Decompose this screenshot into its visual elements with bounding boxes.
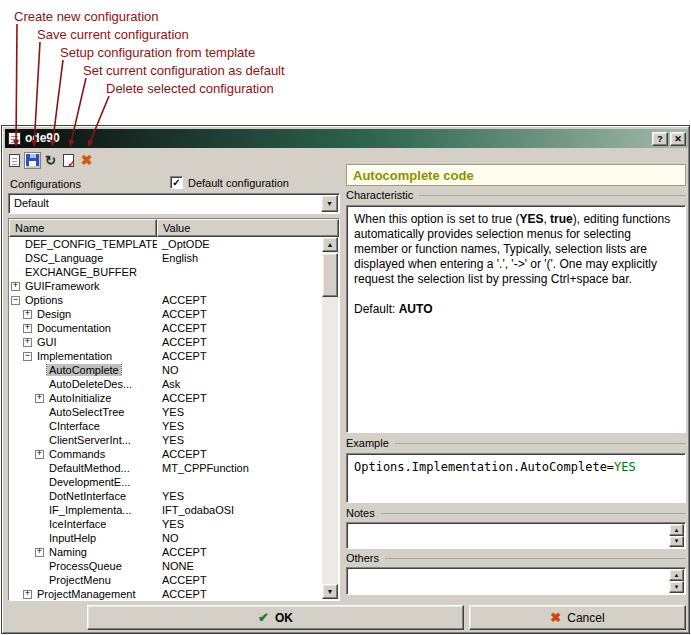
scrollbar-thumb[interactable] <box>322 253 338 297</box>
tree-row[interactable]: IF_Implementa...IFT_odabaOSI <box>9 503 339 517</box>
x-icon: ✖ <box>550 610 561 625</box>
expand-icon[interactable]: + <box>23 310 32 319</box>
scroll-down-button[interactable]: ▼ <box>669 581 684 593</box>
tree-row[interactable]: −OptionsACCEPT <box>9 293 339 307</box>
tree-item-value: English <box>157 252 339 264</box>
tree-item-value: ACCEPT <box>157 448 339 460</box>
tree-row[interactable]: DotNetInterfaceYES <box>9 489 339 503</box>
tree-row[interactable]: CInterfaceYES <box>9 419 339 433</box>
tree-row[interactable]: +NamingACCEPT <box>9 545 339 559</box>
tree-row[interactable]: +AutoInitializeACCEPT <box>9 391 339 405</box>
tree-row[interactable]: DevelopmentE... <box>9 475 339 489</box>
scroll-down-button[interactable]: ▼ <box>669 536 684 548</box>
tree-item-label: DotNetInterface <box>47 490 128 502</box>
checkbox-box[interactable]: ✓ <box>170 176 183 189</box>
tree-item-label: AutoComplete <box>47 364 121 376</box>
default-configuration-checkbox[interactable]: ✓ Default configuration <box>170 176 289 189</box>
tree-item-label: Options <box>23 294 65 306</box>
tree-row[interactable]: InputHelpNO <box>9 531 339 545</box>
tree-item-value: ACCEPT <box>157 574 339 586</box>
scroll-down-button[interactable]: ▼ <box>322 584 338 599</box>
scroll-up-button[interactable]: ▲ <box>669 569 684 581</box>
ok-button[interactable]: ✔ OK <box>87 605 464 630</box>
separator-line <box>381 513 686 514</box>
tree-row[interactable]: +CommandsACCEPT <box>9 447 339 461</box>
example-textarea[interactable]: Options.Implementation.AutoComplete=YES <box>346 453 686 503</box>
expand-icon[interactable]: + <box>35 548 44 557</box>
tree-row[interactable]: −ImplementationACCEPT <box>9 349 339 363</box>
tree-item-label: InputHelp <box>47 532 98 544</box>
tree-row[interactable]: AutoDeleteDes...Ask <box>9 377 339 391</box>
tree-row[interactable]: DefaultMethod...MT_CPPFunction <box>9 461 339 475</box>
tree-row[interactable]: +DocumentationACCEPT <box>9 321 339 335</box>
tree-row[interactable]: AutoSelectTreeYES <box>9 405 339 419</box>
scroll-up-button[interactable]: ▲ <box>669 524 684 536</box>
configuration-combobox[interactable]: Default ▼ <box>8 193 340 214</box>
tree-item-value: ACCEPT <box>157 336 339 348</box>
tree-item-value: ACCEPT <box>157 350 339 362</box>
scroll-up-button[interactable]: ▲ <box>322 237 338 252</box>
tree-item-value: _OptODE <box>157 238 339 250</box>
cancel-button[interactable]: ✖ Cancel <box>469 605 686 630</box>
template-configuration-button[interactable]: ↻ <box>42 152 59 169</box>
characteristic-textarea[interactable]: When this option is set to true (YES, tr… <box>346 205 686 433</box>
tree-item-value: ACCEPT <box>157 546 339 558</box>
set-default-configuration-button[interactable]: ✓ <box>60 152 77 169</box>
annotation-label: Setup configuration from template <box>60 45 255 60</box>
close-button[interactable]: ✕ <box>670 132 686 146</box>
titlebar[interactable]: ode90 ? ✕ <box>5 129 688 148</box>
tree-row[interactable]: ProjectMenuACCEPT <box>9 573 339 587</box>
tree-row[interactable]: DEF_CONFIG_TEMPLATE_OptODE <box>9 237 339 251</box>
notes-scrollbar[interactable]: ▲ ▼ <box>669 524 684 547</box>
delete-configuration-button[interactable]: ✖ <box>78 152 95 169</box>
window-title: ode90 <box>25 129 650 148</box>
collapse-icon[interactable]: − <box>23 352 32 361</box>
tree-row[interactable]: AutoCompleteNO <box>9 363 339 377</box>
tree-item-value: ACCEPT <box>157 322 339 334</box>
check-icon: ✔ <box>258 610 269 625</box>
column-header-name[interactable]: Name <box>9 219 157 237</box>
tree-row[interactable]: IceInterfaceYES <box>9 517 339 531</box>
tree-item-label: ProjectMenu <box>47 574 113 586</box>
expand-icon[interactable]: + <box>23 324 32 333</box>
tree-row[interactable]: +ProjectManagementACCEPT <box>9 587 339 600</box>
others-scrollbar[interactable]: ▲ ▼ <box>669 569 684 593</box>
tree-row[interactable]: EXCHANGE_BUFFER <box>9 265 339 279</box>
tree-row[interactable]: +DesignACCEPT <box>9 307 339 321</box>
tree-item-label: DevelopmentE... <box>47 476 132 488</box>
save-floppy-icon <box>26 154 39 166</box>
combobox-dropdown-button[interactable]: ▼ <box>321 195 338 212</box>
tree-item-label: DefaultMethod... <box>47 462 132 474</box>
expand-icon[interactable]: + <box>23 338 32 347</box>
tree-item-value: ACCEPT <box>157 588 339 600</box>
others-textarea[interactable]: ▲ ▼ <box>346 567 686 595</box>
annotation-label: Save current configuration <box>37 27 189 42</box>
save-configuration-button[interactable] <box>24 152 41 169</box>
tree-row[interactable]: +GUIACCEPT <box>9 335 339 349</box>
tree-item-value: MT_CPPFunction <box>157 462 339 474</box>
tree-item-value: ACCEPT <box>157 308 339 320</box>
new-configuration-button[interactable] <box>6 152 23 169</box>
tree-row[interactable]: ClientServerInt...YES <box>9 433 339 447</box>
tree-row[interactable]: +GUIFramework <box>9 279 339 293</box>
column-header-value[interactable]: Value <box>157 219 339 237</box>
tree-item-label: Naming <box>47 546 89 558</box>
tree-item-label: GUIFramework <box>23 280 102 292</box>
tree-row[interactable]: DSC_LanguageEnglish <box>9 251 339 265</box>
collapse-icon[interactable]: − <box>11 296 20 305</box>
tree-scrollbar[interactable]: ▲ ▼ <box>322 237 338 599</box>
section-label-others: Others <box>346 552 686 564</box>
tree-item-label: ClientServerInt... <box>47 434 133 446</box>
expand-icon[interactable]: + <box>11 282 20 291</box>
help-button[interactable]: ? <box>652 132 668 146</box>
expand-icon[interactable]: + <box>35 394 44 403</box>
tree-row[interactable]: ProcessQueueNONE <box>9 559 339 573</box>
expand-icon[interactable]: + <box>23 590 32 599</box>
tree-header: Name Value <box>9 219 339 237</box>
window-icon[interactable] <box>8 132 21 145</box>
tree-item-value: YES <box>157 406 339 418</box>
expand-icon[interactable]: + <box>35 450 44 459</box>
tree-item-label: EXCHANGE_BUFFER <box>23 266 139 278</box>
notes-textarea[interactable]: ▲ ▼ <box>346 522 686 549</box>
tree-item-label: Implementation <box>35 350 114 362</box>
